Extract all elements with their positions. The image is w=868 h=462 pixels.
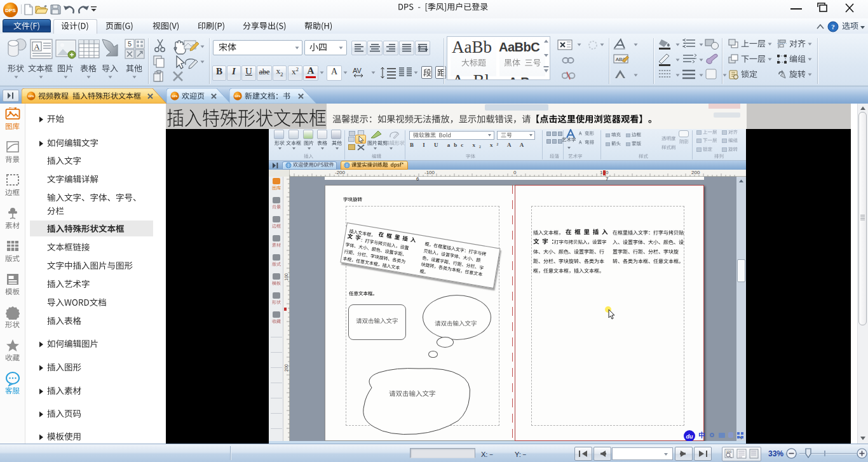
svg-text:DPS: DPS [5, 8, 16, 13]
svg-text:A: A [34, 42, 40, 51]
svg-text:5: 5 [128, 40, 132, 48]
svg-text:DPS: DPS [29, 95, 34, 98]
svg-text:AV: AV [353, 67, 362, 74]
svg-text:DPS: DPS [172, 95, 178, 98]
svg-text:DPS: DPS [235, 95, 241, 98]
svg-text:?: ? [831, 23, 835, 31]
svg-text:du: du [686, 433, 693, 440]
